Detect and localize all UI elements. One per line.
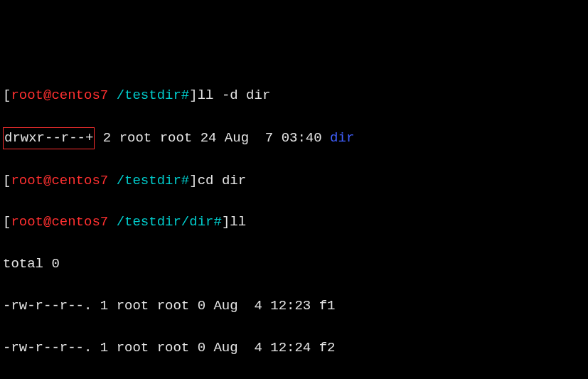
output-total: total 0 — [3, 254, 585, 274]
file-listing: -rw-r--r--. 1 root root 0 Aug 4 12:24 f2 — [3, 338, 585, 358]
user-host: root@centos7 — [11, 173, 108, 188]
prompt-path: /testdir# — [108, 87, 189, 103]
permissions-highlighted: drwxr--r--+ — [3, 127, 95, 149]
command-text: cd dir — [198, 173, 246, 188]
command-text: ll — [230, 214, 246, 230]
user-host: root@centos7 — [11, 214, 108, 230]
bracket-open: [ — [3, 173, 11, 188]
bracket-open: [ — [3, 87, 11, 103]
terminal-line-3: [root@centos7 /testdir#]cd dir — [3, 171, 585, 191]
command-text: ll -d dir — [198, 87, 271, 103]
bracket-close: ] — [222, 214, 230, 230]
file-listing: -rw-r--r--. 1 root root 0 Aug 4 12:23 f1 — [3, 296, 585, 316]
dir-name: dir — [330, 130, 354, 146]
prompt-path: /testdir/dir# — [108, 214, 222, 230]
terminal-line-1: [root@centos7 /testdir#]ll -d dir — [3, 85, 585, 106]
bracket-close: ] — [189, 87, 197, 103]
user-host: root@centos7 — [11, 87, 108, 103]
prompt-path: /testdir# — [108, 173, 189, 188]
bracket-close: ] — [189, 173, 197, 188]
terminal-line-2: drwxr--r--+ 2 root root 24 Aug 7 03:40 d… — [3, 127, 585, 149]
bracket-open: [ — [3, 214, 11, 230]
terminal-line-4: [root@centos7 /testdir/dir#]ll — [3, 212, 585, 233]
file-meta: 2 root root 24 Aug 7 03:40 — [95, 130, 330, 146]
